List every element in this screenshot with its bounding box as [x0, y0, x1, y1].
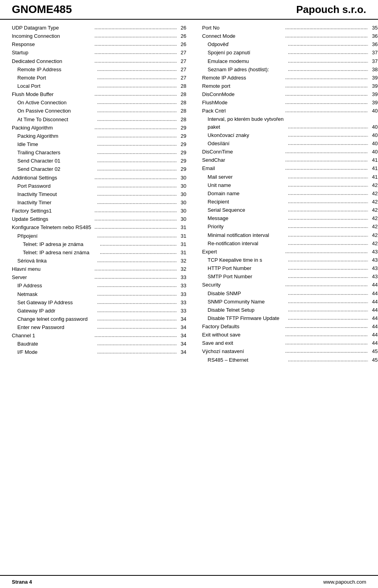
toc-label: Hlavní menu — [12, 265, 94, 273]
toc-page-number: 43 — [368, 256, 378, 264]
toc-page-number: 45 — [368, 356, 378, 364]
toc-label: Telnet: IP adresa není známa — [12, 249, 100, 257]
toc-label: Channel 1 — [12, 332, 94, 340]
toc-dots: ........................................… — [97, 190, 177, 198]
toc-label: UDP Datagram Type — [12, 24, 94, 32]
toc-dots: ........................................… — [285, 156, 368, 164]
toc-dots: ........................................… — [288, 123, 368, 131]
toc-label: I/F Mode — [12, 348, 97, 356]
toc-dots: ........................................… — [288, 306, 368, 314]
toc-page-number: 35 — [368, 24, 378, 32]
toc-entry: Update Settings.........................… — [12, 215, 186, 223]
toc-label: FlushMode — [202, 99, 285, 107]
toc-dots: ........................................… — [97, 315, 177, 323]
toc-entry: FlushMode...............................… — [202, 98, 378, 107]
toc-page-number: 44 — [368, 306, 378, 314]
toc-entry: IP Address..............................… — [12, 281, 186, 290]
toc-label: Minimal notification interval — [202, 231, 288, 239]
toc-entry: SendChar................................… — [202, 156, 378, 164]
toc-dots: ........................................… — [97, 298, 177, 306]
toc-label: Seznam IP adres (hostlist): — [202, 66, 288, 74]
toc-label: Priority — [202, 223, 288, 231]
toc-page-number: 43 — [368, 264, 378, 272]
toc-entry: Inactivity Timer........................… — [12, 198, 186, 207]
toc-entry: Telnet: IP adresa není známa............… — [12, 248, 186, 257]
toc-entry: TCP Keepalive time in s.................… — [202, 256, 378, 264]
toc-label: HTTP Port Number — [202, 264, 288, 272]
toc-page-number: 42 — [368, 214, 378, 222]
toc-label: At Time To Disconnect — [12, 116, 97, 124]
toc-label: Připojení — [12, 232, 97, 240]
toc-entry: UDP Datagram Type.......................… — [12, 24, 186, 32]
toc-label: Odpověď — [202, 41, 288, 48]
toc-page-number: 31 — [177, 240, 186, 248]
toc-label: Inactivity Timer — [12, 199, 97, 207]
toc-dots: ........................................… — [285, 24, 368, 31]
toc-dots: ........................................… — [97, 281, 177, 289]
toc-page-number: 28 — [177, 116, 186, 124]
page-number: Strana 4 — [12, 579, 32, 585]
main-content: UDP Datagram Type.......................… — [0, 24, 378, 364]
toc-dots: ........................................… — [285, 339, 368, 347]
toc-entry: DisConnMode.............................… — [202, 90, 378, 98]
toc-dots: ........................................… — [285, 107, 368, 115]
toc-page-number: 37 — [368, 49, 378, 57]
toc-dots: ........................................… — [94, 331, 177, 339]
toc-label: SNMP Community Name — [202, 298, 288, 306]
toc-entry: Dedicated Connection....................… — [12, 57, 186, 65]
toc-page-number: 41 — [368, 156, 378, 164]
toc-page-number: 34 — [177, 324, 186, 331]
toc-entry: Disable SNMP............................… — [202, 289, 378, 298]
toc-page-number: 30 — [177, 215, 186, 223]
toc-dots: ........................................… — [288, 314, 368, 322]
toc-label: Connect Mode — [202, 32, 285, 40]
toc-entry: Emulace modemu..........................… — [202, 57, 378, 65]
toc-page-number: 29 — [177, 165, 186, 173]
toc-page-number: 40 — [368, 148, 378, 156]
toc-label: Security — [202, 281, 285, 289]
toc-entry: Send Character 01.......................… — [12, 157, 186, 165]
toc-label: Remote IP Address — [12, 66, 97, 74]
toc-label: Save and exit — [202, 339, 285, 347]
toc-entry: Security................................… — [202, 281, 378, 289]
toc-page-number: 44 — [368, 339, 378, 347]
toc-page-number: 42 — [368, 190, 378, 198]
toc-entry: Idle Time...............................… — [12, 140, 186, 148]
toc-dots: ........................................… — [97, 290, 177, 298]
toc-dots: ........................................… — [97, 140, 177, 148]
toc-page-number: 28 — [177, 107, 186, 115]
toc-dots: ........................................… — [288, 139, 368, 147]
toc-entry: Hlavní menu.............................… — [12, 265, 186, 273]
toc-label: Enter new Password — [12, 324, 97, 331]
toc-entry: Packing Algorithm.......................… — [12, 132, 186, 140]
toc-entry: Remote Port.............................… — [12, 74, 186, 82]
toc-page-number: 42 — [368, 240, 378, 248]
toc-entry: Server..................................… — [12, 273, 186, 281]
toc-dots: ........................................… — [97, 132, 177, 140]
toc-page-number: 27 — [177, 49, 186, 57]
toc-dots: ........................................… — [288, 65, 368, 73]
toc-page-number: 44 — [368, 314, 378, 322]
toc-label: Incoming Connection — [12, 32, 94, 40]
toc-page-number: 33 — [177, 299, 186, 307]
toc-entry: HTTP Port Number........................… — [202, 264, 378, 272]
toc-label: Remote Port — [12, 74, 97, 82]
website: www.papouch.com — [323, 579, 366, 585]
toc-page-number: 43 — [368, 248, 378, 256]
toc-page-number: 30 — [177, 182, 186, 190]
toc-entry: Expert..................................… — [202, 248, 378, 256]
toc-label: Výchozí nastavení — [202, 348, 285, 355]
toc-dots: ........................................… — [288, 256, 368, 264]
toc-dots: ........................................… — [288, 298, 368, 305]
toc-dots: ........................................… — [285, 281, 368, 288]
toc-label: Expert — [202, 248, 285, 256]
toc-dots: ........................................… — [288, 40, 368, 48]
toc-entry: Remote port.............................… — [202, 82, 378, 90]
toc-dots: ........................................… — [97, 307, 177, 314]
toc-page-number: 26 — [177, 24, 186, 32]
toc-dots: ........................................… — [97, 148, 177, 156]
toc-entry: Serial Sequence.........................… — [202, 206, 378, 214]
toc-page-number: 33 — [177, 274, 186, 281]
toc-entry: Recipient...............................… — [202, 198, 378, 206]
toc-page-number: 42 — [368, 198, 378, 206]
